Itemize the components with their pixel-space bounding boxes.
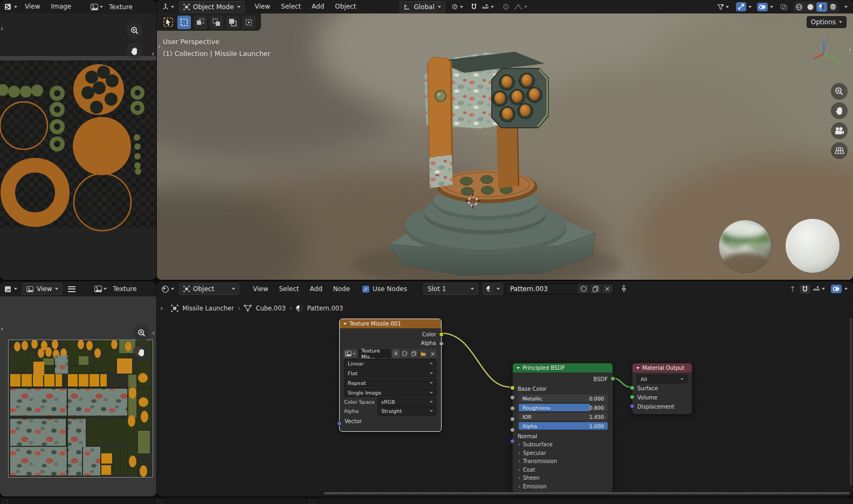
- socket-alpha-input[interactable]: [510, 427, 515, 432]
- socket-displacement-input[interactable]: [630, 404, 635, 409]
- image-users-button[interactable]: 4: [392, 349, 400, 358]
- snap-settings-dropdown[interactable]: [480, 3, 496, 11]
- menu-add[interactable]: Add: [305, 282, 327, 296]
- menu-select[interactable]: Select: [274, 282, 304, 296]
- projection-dropdown[interactable]: Flat: [344, 369, 437, 377]
- overlays-toggle[interactable]: [757, 3, 768, 11]
- node-image-texture[interactable]: Texture Missile.001 Color Alpha Texture …: [339, 319, 442, 432]
- socket-roughness-input[interactable]: [510, 406, 515, 411]
- slider-alpha[interactable]: Alpha 1.000: [519, 422, 608, 430]
- go-to-parent-node-tree-button[interactable]: ↑: [789, 285, 796, 293]
- pan-button[interactable]: [133, 344, 150, 361]
- image-datablock-button[interactable]: [93, 285, 108, 293]
- select-box-tool-button[interactable]: [177, 16, 191, 29]
- node-header[interactable]: Texture Missile.001: [340, 319, 441, 328]
- overlays-dropdown-chevron[interactable]: [844, 288, 848, 290]
- collapse-chevron-icon[interactable]: [517, 367, 520, 369]
- collapse-chevron-icon[interactable]: [343, 323, 347, 325]
- zoom-button[interactable]: [126, 22, 143, 39]
- snap-settings-dropdown[interactable]: [811, 285, 827, 293]
- toolbar-expand-arrow[interactable]: ›: [1, 325, 3, 333]
- collapsed-menus-button[interactable]: [68, 285, 75, 293]
- socket-surface-input[interactable]: [630, 385, 635, 390]
- toolbar-expand-arrow[interactable]: ›: [158, 42, 161, 50]
- sidebar-collapse-arrow[interactable]: ‹: [849, 45, 851, 53]
- new-image-button[interactable]: [410, 349, 418, 358]
- menu-image[interactable]: Image: [46, 0, 76, 13]
- image-name-field[interactable]: Texture Mis...: [359, 349, 391, 358]
- material-browse-dropdown[interactable]: [483, 283, 503, 295]
- alpha-mode-dropdown[interactable]: Straight: [377, 407, 437, 416]
- output-target-dropdown[interactable]: All: [637, 375, 687, 383]
- toolbar-expand-arrow[interactable]: ›: [160, 304, 163, 312]
- vertical-scrollbar[interactable]: [850, 318, 852, 486]
- image-browse-button[interactable]: [343, 349, 357, 358]
- socket-alpha-output[interactable]: [439, 341, 444, 346]
- node-header[interactable]: Principled BSDF: [513, 363, 613, 372]
- section-sheen[interactable]: ›Sheen: [513, 474, 613, 482]
- socket-base-color-input[interactable]: [510, 385, 515, 390]
- socket-ior-input[interactable]: [510, 417, 515, 422]
- slider-ior[interactable]: IOR 1.450: [519, 413, 608, 420]
- section-specular[interactable]: ›Specular: [513, 449, 613, 458]
- toolbar-expand-arrow[interactable]: ›: [1, 24, 3, 32]
- sidebar-collapse-arrow[interactable]: ‹: [152, 329, 155, 337]
- fake-user-button[interactable]: [578, 284, 590, 294]
- socket-normal-input[interactable]: [510, 439, 515, 444]
- select-difference-tool-button[interactable]: [242, 16, 256, 29]
- menu-view[interactable]: View: [248, 282, 273, 296]
- viewport-zoom-button[interactable]: [831, 83, 848, 100]
- editor-type-button[interactable]: [160, 2, 176, 11]
- pivot-point-dropdown[interactable]: [450, 2, 465, 11]
- node-principled-bsdf[interactable]: Principled BSDF BSDF Base Color Metallic…: [512, 363, 613, 493]
- section-transmission[interactable]: ›Transmission: [513, 457, 613, 466]
- menu-node[interactable]: Node: [328, 282, 355, 296]
- selectability-filter-dropdown[interactable]: [716, 3, 731, 11]
- unlink-image-button[interactable]: ×: [429, 349, 437, 358]
- tweak-tool-button[interactable]: [161, 16, 175, 29]
- select-intersect-tool-button[interactable]: [226, 16, 239, 29]
- proportional-editing-toggle[interactable]: [501, 2, 511, 11]
- snap-toggle[interactable]: [800, 285, 810, 294]
- editor-type-button[interactable]: [3, 285, 19, 294]
- node-header[interactable]: Material Output: [632, 363, 692, 372]
- pan-button[interactable]: [126, 43, 143, 59]
- shading-rendered-button[interactable]: [828, 2, 838, 12]
- shader-type-dropdown[interactable]: Object: [179, 283, 239, 295]
- editor-type-button[interactable]: [160, 284, 176, 294]
- interpolation-dropdown[interactable]: Linear: [344, 359, 437, 368]
- socket-color-output[interactable]: [439, 332, 444, 337]
- horizontal-scrollbar[interactable]: [324, 492, 850, 494]
- node-canvas[interactable]: › Missile Launcher › Cube.003 › Pattern.…: [157, 296, 853, 496]
- fake-user-button[interactable]: [401, 349, 409, 358]
- select-subtract-tool-button[interactable]: [210, 16, 223, 29]
- material-slot-dropdown[interactable]: Slot 1: [423, 283, 478, 295]
- menu-object[interactable]: Object: [330, 0, 361, 13]
- uv-texture-canvas[interactable]: [0, 56, 156, 232]
- viewport-camera-button[interactable]: [831, 122, 848, 139]
- viewport-pan-button[interactable]: [831, 102, 848, 119]
- new-material-button[interactable]: [590, 284, 602, 294]
- socket-vector-input[interactable]: [337, 421, 342, 426]
- zoom-button[interactable]: [133, 325, 150, 341]
- select-extend-tool-button[interactable]: [194, 16, 207, 29]
- transform-orientation-dropdown[interactable]: Global: [400, 1, 445, 13]
- source-dropdown[interactable]: Single Image: [344, 388, 437, 397]
- snap-toggle[interactable]: [469, 2, 479, 11]
- slider-metallic[interactable]: Metallic 0.000: [519, 395, 608, 402]
- breadcrumb-material[interactable]: Pattern.003: [307, 305, 343, 312]
- breadcrumb-object[interactable]: Missile Launcher: [182, 305, 234, 312]
- slider-roughness[interactable]: Roughness 0.800: [519, 404, 608, 411]
- section-subsurface[interactable]: ›Subsurface: [513, 440, 613, 449]
- breadcrumb-mesh[interactable]: Cube.003: [256, 305, 285, 312]
- mode-dropdown[interactable]: Object Mode: [179, 1, 245, 13]
- atlas-texture-canvas[interactable]: [9, 340, 153, 477]
- socket-bsdf-output[interactable]: [610, 376, 615, 381]
- socket-volume-input[interactable]: [630, 395, 635, 399]
- gizmos-dropdown-chevron[interactable]: [748, 6, 752, 8]
- shading-solid-button[interactable]: [805, 2, 816, 12]
- sidebar-collapse-arrow[interactable]: ‹: [152, 50, 154, 58]
- open-image-button[interactable]: [419, 349, 428, 358]
- use-nodes-checkbox[interactable]: ✓ Use Nodes: [362, 285, 407, 293]
- menu-add[interactable]: Add: [307, 0, 329, 13]
